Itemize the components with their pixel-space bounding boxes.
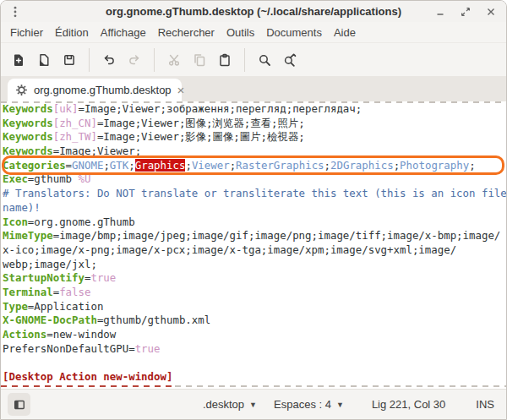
code-token: MimeType <box>3 229 53 242</box>
code-token: PrefersNonDefaultGPU= <box>3 342 135 355</box>
elision-dashes-bottom <box>1 385 506 387</box>
code-token: [Desktop Action new-window] <box>3 370 172 383</box>
paste-button[interactable] <box>212 47 237 73</box>
code-token: %U <box>79 172 91 185</box>
toolbar-separator <box>89 48 90 72</box>
code-token: Categories <box>3 159 66 172</box>
code-line: Categories=GNOME;GTK;Graphics;Viewer;Ras… <box>3 159 506 173</box>
code-token: false <box>59 286 90 298</box>
code-token: ; <box>394 159 400 172</box>
tab-width-dropdown[interactable]: Espaces : 4 ▼ <box>270 395 348 413</box>
statusbar-right: .desktop ▼ Espaces : 4 ▼ Lig 221, Col 30… <box>199 395 494 413</box>
code-token: =Image;Viewer; <box>53 145 141 157</box>
minimize-icon[interactable] <box>434 6 446 18</box>
window-controls <box>434 6 497 18</box>
code-token: =Image;Viewer;зображення;перегляд;перегл… <box>79 102 363 115</box>
search-button[interactable] <box>252 47 277 73</box>
find-replace-button[interactable] <box>277 47 303 73</box>
code-token: =org.gnome.gThumb <box>28 215 135 228</box>
side-panel-toggle-button[interactable] <box>8 393 30 416</box>
code-token: ; <box>128 159 134 172</box>
tab-org-gnome-gthumb-desktop[interactable]: org.gnome.gThumb.desktop × <box>8 79 182 101</box>
code-line: Keywords[uk]=Image;Viewer;зображення;пер… <box>3 102 506 117</box>
text-editor[interactable]: Keywords[uk]=Image;Viewer;зображення;пер… <box>1 101 506 389</box>
code-token: =Application <box>28 300 104 313</box>
code-token: Type <box>3 300 28 313</box>
code-token: Terminal <box>3 286 53 298</box>
menu-aide[interactable]: Aide <box>328 24 362 41</box>
code-line: Exec=gthumb %U <box>3 172 506 187</box>
search-match-highlight: Graphics <box>135 159 186 172</box>
menu-fichier[interactable]: Fichier <box>4 24 49 41</box>
code-line <box>3 356 506 370</box>
code-line: X-GNOME-DocPath=gthumb/gthumb.xml <box>3 314 506 328</box>
code-token: X-GNOME-DocPath <box>3 314 97 326</box>
toolbar <box>1 43 506 76</box>
code-token: [uk] <box>53 102 79 115</box>
code-token: =gthumb <box>28 172 79 185</box>
redo-button[interactable] <box>122 47 147 73</box>
kebab-menu-icon[interactable] <box>8 5 22 19</box>
undo-button[interactable] <box>96 47 122 73</box>
chevron-down-icon: ▼ <box>336 401 344 409</box>
code-token: ; <box>103 159 109 172</box>
code-token: =Image;Viewer;图像;浏览器;查看;照片; <box>97 117 305 129</box>
menu-outils[interactable]: Outils <box>221 24 260 41</box>
cursor-position: Lig 221, Col 30 <box>372 398 445 411</box>
input-mode-indicator: INS <box>476 398 494 411</box>
save-button[interactable] <box>57 47 82 73</box>
menu-documents[interactable]: Documents <box>260 24 328 41</box>
code-line: Keywords[zh_TW]=Image;Viewer;影像;圖像;圖片;檢視… <box>3 130 506 145</box>
code-line: [Desktop Action new-window] <box>3 370 506 385</box>
copy-button[interactable] <box>187 47 212 73</box>
code-token: ; <box>469 159 475 172</box>
code-token: Keywords <box>3 102 53 115</box>
code-token: true <box>90 271 116 284</box>
code-token: =Image;Viewer;影像;圖像;圖片;檢視器; <box>97 130 305 143</box>
code-line: # Translators: Do NOT translate or trans… <box>3 187 506 201</box>
code-line: Icon=org.gnome.gThumb <box>3 215 506 230</box>
window-title: org.gnome.gThumb.desktop (~/.local/share… <box>1 5 506 18</box>
code-token: GNOME <box>72 159 103 172</box>
code-token: Icon <box>3 215 28 228</box>
code-token: Keywords <box>3 130 53 143</box>
code-token: x-ico;image/x-png;image/x-pcx;image/x-tg… <box>3 243 456 256</box>
menu-affichage[interactable]: Affichage <box>95 24 152 41</box>
code-token: Exec <box>3 172 28 185</box>
tab-close-icon[interactable]: × <box>177 84 185 96</box>
toolbar-separator <box>244 48 245 72</box>
code-line: StartupNotify=true <box>3 271 506 286</box>
titlebar: org.gnome.gThumb.desktop (~/.local/share… <box>1 1 506 22</box>
cut-button[interactable] <box>161 47 187 73</box>
tab-width-label: Espaces : 4 <box>274 398 331 411</box>
menu-edition[interactable]: Édition <box>49 24 95 41</box>
close-icon[interactable] <box>485 6 497 18</box>
code-token: webp;image/jxl; <box>3 258 97 270</box>
menu-rechercher[interactable]: Rechercher <box>152 24 221 41</box>
code-line: name)! <box>3 201 506 215</box>
code-token: # Translators: Do NOT translate or trans… <box>3 187 506 199</box>
tabbar: org.gnome.gThumb.desktop × <box>1 76 506 101</box>
file-type-label: .desktop <box>203 398 244 411</box>
code-line: Type=Application <box>3 300 506 314</box>
code-line: Keywords[zh_CN]=Image;Viewer;图像;浏览器;查看;照… <box>3 117 506 131</box>
gedit-window: org.gnome.gThumb.desktop (~/.local/share… <box>0 0 507 420</box>
file-type-dropdown[interactable]: .desktop ▼ <box>199 395 261 413</box>
code-token: ; <box>324 159 330 172</box>
new-document-button[interactable] <box>6 47 31 73</box>
restore-icon[interactable] <box>460 6 472 18</box>
gear-icon <box>15 84 28 96</box>
menubar: Fichier Édition Affichage Rechercher Out… <box>1 22 506 43</box>
code-line: webp;image/jxl; <box>3 258 506 272</box>
tab-label: org.gnome.gThumb.desktop <box>34 84 172 96</box>
code-token: RasterGraphics <box>236 159 324 172</box>
code-token: 2DGraphics <box>330 159 394 172</box>
code-token: name)! <box>3 201 41 214</box>
code-line: Keywords=Image;Viewer; <box>3 145 506 159</box>
code-token: Viewer <box>192 159 230 172</box>
statusbar: .desktop ▼ Espaces : 4 ▼ Lig 221, Col 30… <box>1 389 506 419</box>
open-document-button[interactable] <box>31 47 57 73</box>
code-token: GTK <box>110 159 128 172</box>
code-line: x-ico;image/x-png;image/x-pcx;image/x-tg… <box>3 243 506 258</box>
chevron-down-icon: ▼ <box>249 401 257 409</box>
